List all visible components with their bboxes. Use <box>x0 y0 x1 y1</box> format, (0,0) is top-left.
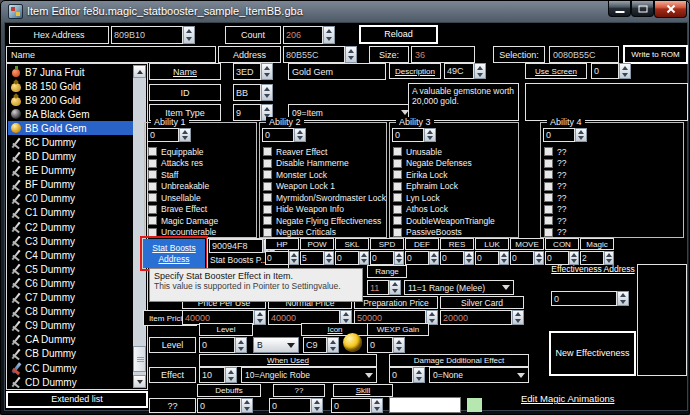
list-item[interactable]: BC Dummy <box>8 135 133 149</box>
spinner-buttons[interactable] <box>183 26 195 44</box>
price-spinner[interactable]: 20000 <box>440 310 524 325</box>
icon-spinner[interactable]: C9 <box>303 337 339 353</box>
item-listbox[interactable]: B7 Juna Fruit B8 150 Gold B9 200 Gold BA… <box>6 63 148 390</box>
checkbox[interactable] <box>544 193 553 202</box>
list-item[interactable]: BA Black Gem <box>8 107 133 121</box>
effectiveness-value[interactable]: 0 <box>551 291 617 306</box>
count-value[interactable]: 206 <box>283 26 323 44</box>
stat-spinner[interactable]: 0 <box>440 251 474 265</box>
size-input[interactable]: 36 <box>411 46 475 63</box>
icon-link[interactable]: Icon <box>301 323 369 336</box>
write-to-rom-button[interactable]: Write to ROM <box>623 45 688 64</box>
list-item[interactable]: BB Gold Gem <box>8 121 133 135</box>
close-button[interactable] <box>654 1 687 18</box>
spinner-buttons[interactable] <box>474 63 486 79</box>
count-spinner[interactable]: 206 <box>283 26 335 44</box>
list-item[interactable]: BE Dummy <box>8 164 133 178</box>
stat-value[interactable]: 0 <box>370 251 394 265</box>
damage-effect-combo[interactable]: 0=None <box>429 367 529 383</box>
checkbox[interactable] <box>544 170 553 179</box>
list-item[interactable]: C3 Dummy <box>8 234 133 248</box>
spinner-buttons[interactable] <box>261 84 273 101</box>
list-item[interactable]: B9 200 Gold <box>8 93 133 107</box>
scroll-thumb[interactable] <box>133 346 146 372</box>
checkbox[interactable] <box>544 147 553 156</box>
spinner-buttons[interactable] <box>345 46 357 63</box>
level-value[interactable]: 0 <box>199 337 235 353</box>
id-value[interactable]: BB <box>233 84 261 101</box>
unknown-spinner[interactable]: 0 <box>269 398 323 413</box>
list-item[interactable]: CC Dummy <box>8 361 133 375</box>
stat-spinner[interactable]: 0 <box>510 251 544 265</box>
spinner-buttons[interactable] <box>359 251 369 265</box>
unknown-value[interactable]: 0 <box>269 398 311 413</box>
stat-value[interactable]: 0 <box>405 251 429 265</box>
item-name-input[interactable]: Gold Gem <box>288 63 386 80</box>
description-link[interactable]: Description <box>389 63 441 79</box>
list-item[interactable]: CA Dummy <box>8 333 133 347</box>
ability2-value[interactable]: 0 <box>262 128 294 142</box>
spinner-buttons[interactable] <box>534 251 544 265</box>
effect-spinner[interactable]: 10 <box>199 367 237 383</box>
ability3-spinner[interactable]: 0 <box>392 128 436 142</box>
spinner-buttons[interactable] <box>311 398 323 413</box>
description-pointer-spinner[interactable]: 49C <box>444 63 486 79</box>
checkbox[interactable] <box>393 170 402 179</box>
checkbox[interactable] <box>544 182 553 191</box>
stat-value[interactable]: 0 <box>265 251 289 265</box>
checkbox[interactable] <box>393 205 402 214</box>
spinner-buttons[interactable] <box>413 367 425 383</box>
price-value[interactable]: 20000 <box>440 310 512 325</box>
spinner-buttons[interactable] <box>619 63 631 79</box>
damage-effect-value[interactable]: 0 <box>389 367 413 383</box>
stat-spinner[interactable]: 0 <box>335 251 369 265</box>
extended-list-button[interactable]: Extended list <box>6 391 148 408</box>
hex-address-value[interactable]: 809B10 <box>111 26 183 44</box>
checkbox[interactable] <box>263 205 272 214</box>
spinner-buttons[interactable] <box>371 398 383 413</box>
use-screen-value[interactable]: 0 <box>591 63 619 79</box>
spinner-buttons[interactable] <box>424 128 436 142</box>
spinner-buttons[interactable] <box>569 251 579 265</box>
wexp-value[interactable]: 0 <box>367 337 393 353</box>
use-screen-spinner[interactable]: 0 <box>591 63 631 79</box>
list-item[interactable]: C1 Dummy <box>8 206 133 220</box>
new-effectiveness-button[interactable]: New Effectiveness <box>549 331 636 376</box>
checkbox[interactable] <box>148 159 157 168</box>
checkbox[interactable] <box>148 182 157 191</box>
list-item[interactable]: C6 Dummy <box>8 276 133 290</box>
list-item[interactable]: C4 Dummy <box>8 248 133 262</box>
stat-spinner[interactable]: 0 <box>475 251 509 265</box>
spinner-buttons[interactable] <box>324 251 334 265</box>
icon-value[interactable]: C9 <box>303 337 327 353</box>
checkbox[interactable] <box>263 147 272 156</box>
checkbox[interactable] <box>148 216 157 225</box>
weapon-rank-combo[interactable]: B <box>253 337 299 353</box>
list-item[interactable]: B8 150 Gold <box>8 79 133 93</box>
checkbox[interactable] <box>393 228 402 237</box>
address-value[interactable]: 80B55C <box>283 46 345 63</box>
list-item[interactable]: C5 Dummy <box>8 262 133 276</box>
stat-value[interactable]: 0 <box>475 251 499 265</box>
stat-spinner[interactable]: 0 <box>370 251 404 265</box>
spinner-buttons[interactable] <box>323 26 335 44</box>
list-item[interactable]: CD Dummy <box>8 375 133 388</box>
stat-value[interactable]: 0 <box>510 251 534 265</box>
hex-address-spinner[interactable]: 809B10 <box>111 26 195 44</box>
list-item[interactable]: BF Dummy <box>8 178 133 192</box>
name-pointer-value[interactable]: 3ED <box>233 63 261 80</box>
ability4-spinner[interactable]: 0 <box>543 128 587 142</box>
scroll-down-icon[interactable] <box>133 375 146 388</box>
range-value[interactable]: 11 <box>367 280 389 295</box>
checkbox[interactable] <box>263 193 272 202</box>
minimize-button[interactable] <box>608 1 631 17</box>
list-item[interactable]: C7 Dummy <box>8 291 133 305</box>
checkbox[interactable] <box>263 170 272 179</box>
spinner-buttons[interactable] <box>464 251 474 265</box>
effectiveness-address-link[interactable]: Effectiveness Address <box>549 264 637 275</box>
skill-name-field[interactable] <box>389 397 461 413</box>
list-item[interactable]: C2 Dummy <box>8 220 133 234</box>
checkbox[interactable] <box>148 193 157 202</box>
item-type-combo[interactable]: 09=Item <box>288 104 413 121</box>
effectiveness-spinner[interactable]: 0 <box>551 291 629 306</box>
